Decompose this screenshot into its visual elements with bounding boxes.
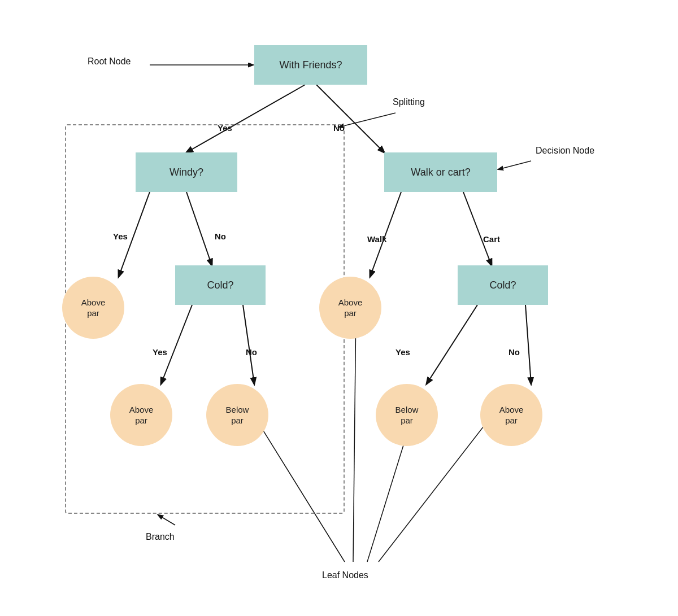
root-node-annotation: Root Node: [88, 56, 131, 67]
cold-right-node: Cold?: [458, 265, 548, 305]
cold-left-node: Cold?: [175, 265, 266, 305]
windy-node: Windy?: [136, 152, 237, 192]
walk-or-cart-node: Walk or cart?: [384, 152, 497, 192]
splitting-annotation: Splitting: [393, 97, 425, 107]
label-cart: Cart: [483, 234, 500, 244]
label-cold-right-no: No: [508, 347, 520, 357]
svg-line-5: [463, 192, 492, 265]
svg-line-9: [525, 305, 531, 384]
svg-line-15: [353, 309, 356, 562]
label-walk: Walk: [367, 234, 386, 244]
leaf-cold-left-no: Belowpar: [206, 384, 268, 446]
svg-line-13: [158, 515, 175, 525]
root-node: With Friends?: [254, 45, 367, 85]
leaf-cold-left-yes: Abovepar: [110, 384, 172, 446]
label-windy-yes: Yes: [113, 231, 128, 241]
leaf-nodes-annotation: Leaf Nodes: [322, 570, 368, 580]
svg-line-8: [427, 305, 477, 384]
label-root-no: No: [333, 123, 345, 133]
leaf-walk-above: Abovepar: [319, 277, 381, 339]
label-cold-right-yes: Yes: [395, 347, 410, 357]
branch-annotation: Branch: [146, 532, 175, 542]
label-cold-left-no: No: [246, 347, 257, 357]
label-root-yes: Yes: [218, 123, 232, 133]
svg-line-12: [498, 161, 531, 169]
leaf-cold-right-no: Abovepar: [480, 384, 542, 446]
diagram-canvas: With Friends? Windy? Walk or cart? Cold?…: [0, 0, 678, 616]
label-windy-no: No: [215, 231, 226, 241]
leaf-cold-right-yes: Belowpar: [376, 384, 438, 446]
svg-line-11: [339, 113, 395, 127]
leaf-windy-yes: Abovepar: [62, 277, 124, 339]
decision-node-annotation: Decision Node: [536, 146, 594, 156]
label-cold-left-yes: Yes: [153, 347, 167, 357]
